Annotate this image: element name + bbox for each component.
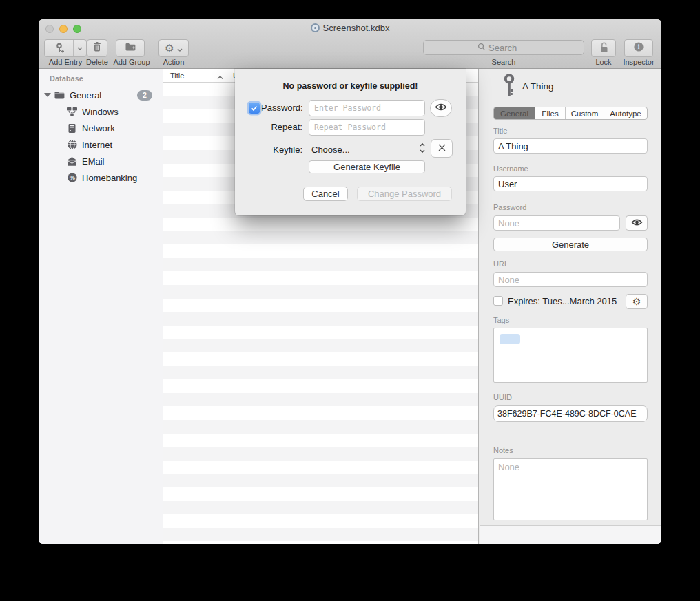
- search-label: Search: [423, 58, 584, 67]
- title-field[interactable]: [493, 138, 648, 154]
- url-field-label: URL: [493, 260, 508, 268]
- search-icon: [477, 41, 486, 54]
- percent-icon: %: [66, 172, 78, 184]
- group-count-badge: 2: [137, 90, 152, 101]
- clear-keyfile-button[interactable]: [431, 139, 453, 158]
- eye-icon: [631, 218, 643, 229]
- action-button[interactable]: ⚙: [158, 39, 189, 57]
- dialog-password-input[interactable]: [309, 100, 425, 116]
- check-icon: [251, 105, 258, 112]
- password-checkbox[interactable]: [249, 103, 260, 114]
- trash-icon: [92, 41, 102, 55]
- generate-password-button[interactable]: Generate: [493, 238, 648, 251]
- lock-button[interactable]: [591, 39, 616, 57]
- notes-field[interactable]: [493, 458, 648, 520]
- windows-network-icon: [66, 106, 78, 118]
- action-label: Action: [158, 58, 189, 67]
- tab-autotype[interactable]: Autotype: [604, 107, 647, 119]
- stepper-icon[interactable]: [419, 142, 426, 157]
- change-password-dialog: No password or keyfile supplied! Passwor…: [235, 69, 466, 215]
- lock-label: Lock: [587, 58, 620, 67]
- sidebar-header: Database: [50, 74, 83, 83]
- tags-label: Tags: [493, 316, 509, 324]
- add-group-label: Add Group: [110, 58, 153, 67]
- generate-keyfile-button[interactable]: Generate Keyfile: [309, 160, 425, 173]
- sidebar-item-internet[interactable]: Internet: [39, 136, 163, 153]
- sidebar-item-homebanking[interactable]: % Homebanking: [39, 169, 163, 186]
- folder-plus-icon: [125, 42, 136, 54]
- uuid-field[interactable]: [493, 405, 648, 422]
- eye-icon: [435, 102, 447, 114]
- dialog-message: No password or keyfile supplied!: [235, 81, 466, 91]
- sidebar-item-label: Windows: [82, 107, 119, 117]
- reveal-password-button[interactable]: [626, 215, 648, 231]
- sidebar-item-windows[interactable]: Windows: [39, 103, 163, 120]
- tags-box[interactable]: [493, 328, 648, 383]
- title-field-label: Title: [493, 127, 507, 135]
- chevron-down-icon[interactable]: [74, 47, 86, 50]
- window-chrome: Screenshot.kdbx Add Entry Delete Add: [39, 19, 661, 69]
- expires-options-button[interactable]: ⚙: [626, 294, 648, 309]
- search-field[interactable]: [423, 40, 584, 55]
- key-plus-icon: [45, 43, 73, 54]
- inspector-panel: A Thing General Files Custom Autotype Ti…: [480, 69, 661, 544]
- sidebar-item-email[interactable]: EMail: [39, 153, 163, 169]
- svg-text:%: %: [69, 174, 74, 181]
- sidebar: Database General 2 Windows Network: [39, 69, 163, 544]
- sidebar-item-label: Internet: [82, 140, 112, 150]
- gear-icon: ⚙: [165, 43, 174, 54]
- change-password-button[interactable]: Change Password: [357, 187, 452, 201]
- add-group-button[interactable]: [116, 39, 145, 57]
- delete-button[interactable]: [87, 39, 107, 57]
- sort-ascending-icon: [217, 73, 223, 81]
- sidebar-item-label: EMail: [82, 156, 105, 167]
- url-field[interactable]: [493, 272, 648, 287]
- inspector-label: Inspector: [619, 58, 659, 67]
- notes-label: Notes: [493, 446, 513, 454]
- uuid-label: UUID: [493, 393, 512, 401]
- cancel-button[interactable]: Cancel: [303, 187, 348, 201]
- inspector-footer: [480, 526, 661, 544]
- sidebar-item-label: General: [70, 90, 101, 101]
- inspector-tabs: General Files Custom Autotype: [493, 107, 648, 120]
- sidebar-item-label: Network: [82, 123, 115, 134]
- tab-custom[interactable]: Custom: [566, 107, 604, 119]
- svg-text:i: i: [638, 43, 640, 50]
- window-title: Screenshot.kdbx: [323, 23, 390, 33]
- unlock-icon: [599, 41, 609, 56]
- dialog-repeat-input[interactable]: [309, 119, 425, 136]
- globe-icon: [66, 139, 78, 151]
- sidebar-item-network[interactable]: Network: [39, 120, 163, 136]
- username-field[interactable]: [493, 176, 648, 191]
- key-icon: [502, 73, 517, 102]
- chevron-down-icon: [177, 42, 183, 54]
- search-input[interactable]: [488, 43, 530, 53]
- document-icon: [311, 23, 320, 32]
- sidebar-item-label: Homebanking: [82, 173, 137, 183]
- inspector-button[interactable]: i: [624, 39, 653, 57]
- sidebar-item-general[interactable]: General 2: [39, 87, 163, 103]
- envelope-icon: [66, 156, 78, 167]
- expires-label: Expires: Tues...March 2015: [508, 296, 617, 306]
- keyfile-popup[interactable]: Choose...: [311, 145, 350, 155]
- dialog-password-label: Password:: [261, 103, 302, 113]
- info-icon: i: [633, 41, 644, 55]
- gear-icon: ⚙: [632, 297, 641, 306]
- disclosure-triangle-icon[interactable]: [44, 93, 51, 97]
- entry-title: A Thing: [522, 81, 554, 92]
- add-entry-button[interactable]: [44, 39, 87, 57]
- dialog-reveal-button[interactable]: [430, 99, 452, 117]
- tab-files[interactable]: Files: [535, 107, 566, 119]
- password-field-label: Password: [493, 203, 526, 211]
- x-icon: [438, 143, 446, 154]
- tag-pill[interactable]: [500, 334, 520, 344]
- dialog-repeat-label: Repeat:: [261, 122, 302, 132]
- expires-checkbox[interactable]: [493, 296, 503, 306]
- password-field[interactable]: [493, 215, 620, 231]
- tab-general[interactable]: General: [494, 107, 535, 119]
- dialog-keyfile-label: Keyfile:: [261, 145, 302, 155]
- app-window: Screenshot.kdbx Add Entry Delete Add: [39, 19, 661, 544]
- column-header-title[interactable]: Title: [163, 72, 184, 80]
- folder-icon: [54, 89, 65, 101]
- server-icon: [66, 123, 78, 134]
